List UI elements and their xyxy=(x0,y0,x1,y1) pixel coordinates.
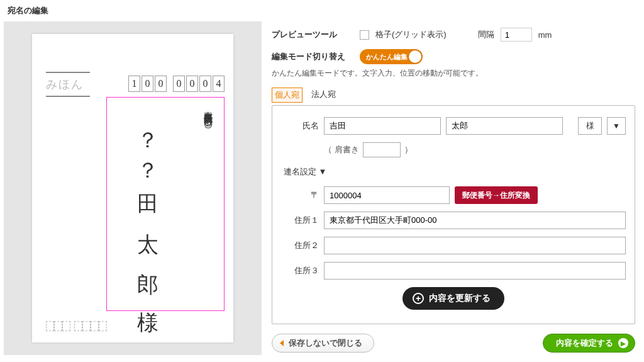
mode-switch-label: 編集モード切り替え xyxy=(272,51,353,62)
envelope-preview[interactable]: みほん 1 0 0 0 0 0 4 東京都千代田区大手町〇〇〇ー〇〇 ？？田 太… xyxy=(32,34,233,342)
update-content-button[interactable]: + 内容を更新する xyxy=(402,287,504,310)
joint-name-toggle[interactable]: 連名設定 ▼ xyxy=(281,166,626,178)
zip-to-address-button[interactable]: 郵便番号→住所変換 xyxy=(455,186,538,204)
addr1-label: 住所１ xyxy=(281,215,319,226)
grid-checkbox[interactable] xyxy=(360,30,369,40)
confirm-content-button[interactable]: 内容を確定する ▶ xyxy=(543,334,635,353)
edit-mode-toggle[interactable]: かんたん編集 xyxy=(360,49,423,64)
controls-panel: プレビューツール 格子(グリッド表示) 間隔 mm 編集モード切り替え かんたん… xyxy=(272,21,640,355)
zip-label: 〒 xyxy=(281,189,319,201)
chevron-right-icon: ▶ xyxy=(618,338,628,348)
plus-icon: + xyxy=(413,293,424,304)
recipient-zip-boxes: 1 0 0 0 0 0 4 xyxy=(128,76,225,92)
recipient-form: 氏名 様 ▼ （ 肩書き ） 連名設定 ▼ 〒 郵便番号→住所変換 住所１ xyxy=(272,105,635,324)
sender-sample-mark: みほん xyxy=(46,72,90,97)
name-label: 氏名 xyxy=(281,120,319,132)
spacing-label: 間隔 xyxy=(478,29,494,40)
shoulder-input[interactable] xyxy=(363,142,401,157)
given-name-input[interactable] xyxy=(446,117,563,135)
spacing-unit: mm xyxy=(538,30,552,40)
tab-corporate[interactable]: 法人宛 xyxy=(309,88,338,103)
close-without-saving-button[interactable]: 保存しないで閉じる xyxy=(272,334,374,353)
addr1-input[interactable] xyxy=(324,212,626,229)
addr2-input[interactable] xyxy=(324,237,626,254)
preview-tools-label: プレビューツール xyxy=(272,29,353,40)
tab-personal[interactable]: 個人宛 xyxy=(272,88,303,103)
grid-label: 格子(グリッド表示) xyxy=(375,29,447,40)
addr2-label: 住所２ xyxy=(281,240,319,251)
shoulder-label: （ 肩書き xyxy=(324,144,359,156)
sender-zip-boxes xyxy=(46,321,107,331)
honorific-dropdown-arrow[interactable]: ▼ xyxy=(607,117,626,135)
recipient-name-vertical: ？？田 太 郎 様 xyxy=(133,117,162,306)
spacing-input[interactable] xyxy=(501,28,532,42)
addr3-label: 住所３ xyxy=(281,265,319,276)
recipient-address-vertical: 東京都千代田区大手町〇〇〇ー〇〇 xyxy=(202,105,213,300)
mode-hint: かんたん編集モードです。文字入力、位置の移動が可能です。 xyxy=(272,68,635,84)
chevron-left-icon xyxy=(280,340,284,346)
addr3-input[interactable] xyxy=(324,262,626,280)
zip-input[interactable] xyxy=(324,186,450,204)
honorific-select[interactable]: 様 xyxy=(578,117,602,135)
shoulder-close: ） xyxy=(404,144,413,156)
preview-pane: みほん 1 0 0 0 0 0 4 東京都千代田区大手町〇〇〇ー〇〇 ？？田 太… xyxy=(4,21,262,355)
page-title: 宛名の編集 xyxy=(0,0,644,21)
family-name-input[interactable] xyxy=(324,117,441,135)
toggle-knob-icon xyxy=(409,50,421,63)
